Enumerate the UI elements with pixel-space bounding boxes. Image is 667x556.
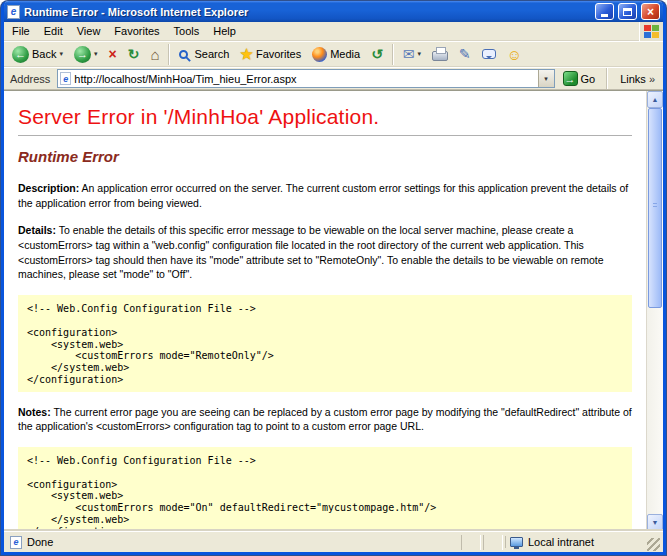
print-button[interactable] [427,43,453,66]
details-text: To enable the details of this specific e… [18,224,604,280]
forward-button[interactable]: → ▾ [69,43,103,66]
mail-dropdown-icon: ▾ [418,50,422,58]
back-icon: ← [12,46,29,63]
description-label: Description: [18,182,79,194]
done-page-icon: e [10,536,22,549]
back-label: Back [32,48,56,60]
menu-help[interactable]: Help [206,23,243,39]
content-area: Server Error in '/MinhHoa' Application. … [4,90,663,531]
media-label: Media [330,48,360,60]
error-page: Server Error in '/MinhHoa' Application. … [4,91,646,531]
code-block-remoteonly: <!-- Web.Config Configuration File --> <… [18,295,632,392]
toolbar-separator [168,44,170,65]
vertical-scrollbar[interactable]: ▲ ▼ [646,91,663,531]
home-button[interactable]: ⌂ [145,43,164,66]
stop-icon: × [109,47,117,61]
address-bar: Address e ▾ → Go Links » [4,67,663,90]
edit-icon: ✎ [459,47,471,61]
media-button[interactable]: Media [307,43,365,66]
history-button[interactable]: ↺ [366,43,388,66]
refresh-button[interactable]: ↻ [123,43,145,66]
stop-button[interactable]: × [104,43,122,66]
description-paragraph: Description: An application error occurr… [18,181,632,210]
window-title: Runtime Error - Microsoft Internet Explo… [24,6,591,18]
address-input[interactable] [74,71,534,86]
local-intranet-icon [510,537,523,547]
discuss-button[interactable] [477,43,501,66]
menu-view[interactable]: View [70,23,108,39]
status-pane-empty [483,535,503,550]
refresh-icon: ↻ [128,47,140,61]
messenger-button[interactable]: ☺ [502,43,527,66]
go-button[interactable]: → Go [560,71,599,86]
title-bar[interactable]: e Runtime Error - Microsoft Internet Exp… [4,1,663,22]
home-icon: ⌂ [150,47,159,62]
description-text: An application error occurred on the ser… [18,182,628,209]
maximize-icon [623,8,632,16]
notes-label: Notes: [18,406,51,418]
links-label: Links [620,73,646,85]
favorites-button[interactable]: ★ Favorites [235,43,306,66]
menu-file[interactable]: File [5,23,37,39]
mail-button[interactable]: ✉ ▾ [398,43,426,66]
favorites-star-icon: ★ [240,47,253,61]
status-bar: e Done Local intranet [4,531,663,552]
minimize-icon [601,14,608,17]
browser-window: e Runtime Error - Microsoft Internet Exp… [1,1,666,555]
favorites-label: Favorites [256,48,301,60]
ie-logo-icon[interactable]: e [7,5,20,19]
address-label: Address [8,73,52,85]
minimize-button[interactable] [595,3,614,20]
scrollbar-thumb[interactable] [648,108,662,308]
scroll-down-icon: ▼ [652,519,659,526]
print-icon [432,51,448,61]
chevron-down-icon: ▾ [544,75,548,83]
close-icon: × [647,6,654,18]
mail-icon: ✉ [403,47,415,61]
status-pane-main: e Done [7,536,459,549]
close-button[interactable]: × [641,3,660,20]
menu-bar: File Edit View Favorites Tools Help [4,22,663,41]
forward-icon: → [74,46,91,63]
go-arrow-icon: → [563,71,578,86]
details-paragraph: Details: To enable the details of this s… [18,223,632,282]
messenger-smiley-icon: ☺ [507,47,522,62]
runtime-error-heading: Runtime Error [18,148,632,165]
windows-logo-icon [639,22,663,41]
menu-edit[interactable]: Edit [37,23,70,39]
status-text: Done [27,536,53,548]
resize-grip[interactable] [647,538,660,551]
page-title: Server Error in '/MinhHoa' Application. [18,105,632,129]
maximize-button[interactable] [618,3,637,20]
menu-favorites[interactable]: Favorites [107,23,166,39]
code-block-custompage: <!-- Web.Config Configuration File --> <… [18,447,632,531]
history-icon: ↺ [371,47,383,61]
search-button[interactable]: Search [174,43,234,66]
scrollbar-track[interactable] [647,108,663,514]
edit-button[interactable]: ✎ [454,43,476,66]
standard-buttons-toolbar: ← Back ▾ → ▾ × ↻ ⌂ Search ★ Favorites Me… [4,41,663,67]
notes-text: The current error page you are seeing ca… [18,406,632,433]
security-zone-label: Local intranet [528,536,594,548]
back-dropdown-icon: ▾ [59,50,63,58]
back-button[interactable]: ← Back ▾ [7,43,68,66]
forward-dropdown-icon: ▾ [94,50,98,58]
media-orb-icon [312,47,327,62]
scroll-down-button[interactable]: ▼ [647,514,663,531]
menu-tools[interactable]: Tools [167,23,207,39]
page-icon: e [60,72,71,85]
toolbar-separator [392,44,394,65]
divider [18,135,632,136]
scroll-up-icon: ▲ [652,96,659,103]
addressbar-separator [606,68,608,89]
address-dropdown-button[interactable]: ▾ [538,70,554,87]
discuss-icon [482,49,496,59]
scroll-up-button[interactable]: ▲ [647,91,663,108]
go-label: Go [581,73,596,85]
search-label: Search [194,48,229,60]
status-pane-empty [461,535,481,550]
notes-paragraph: Notes: The current error page you are se… [18,405,632,434]
details-label: Details: [18,224,56,236]
links-button[interactable]: Links » [616,73,659,85]
address-field: e ▾ [57,69,554,88]
